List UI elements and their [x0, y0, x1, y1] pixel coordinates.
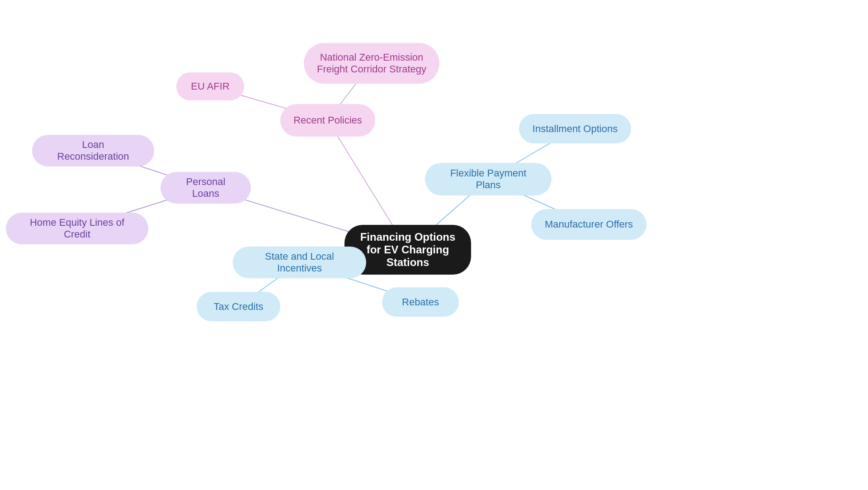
loan-reconsideration-node[interactable]: Loan Reconsideration: [32, 135, 154, 167]
personal-loans-node[interactable]: Personal Loans: [160, 172, 251, 204]
flexible-payment-label: Flexible Payment Plans: [438, 167, 539, 191]
recent-policies-node[interactable]: Recent Policies: [280, 104, 375, 137]
loan-reconsideration-label: Loan Reconsideration: [45, 139, 142, 162]
installment-options-node[interactable]: Installment Options: [519, 114, 631, 143]
tax-credits-label: Tax Credits: [213, 301, 263, 313]
manufacturer-offers-label: Manufacturer Offers: [545, 219, 633, 230]
manufacturer-offers-node[interactable]: Manufacturer Offers: [531, 209, 646, 240]
recent-policies-label: Recent Policies: [293, 114, 362, 126]
flexible-payment-node[interactable]: Flexible Payment Plans: [425, 163, 552, 195]
installment-options-label: Installment Options: [533, 123, 618, 135]
national-zero-label: National Zero-Emission Freight Corridor …: [316, 52, 427, 75]
eu-afir-label: EU AFIR: [191, 81, 230, 92]
tax-credits-node[interactable]: Tax Credits: [197, 292, 280, 321]
rebates-label: Rebates: [402, 296, 439, 308]
center-label: Financing Options for EV Charging Statio…: [357, 231, 458, 269]
state-local-label: State and Local Incentives: [245, 251, 354, 274]
state-local-node[interactable]: State and Local Incentives: [233, 247, 366, 278]
national-zero-node[interactable]: National Zero-Emission Freight Corridor …: [304, 43, 439, 84]
eu-afir-node[interactable]: EU AFIR: [176, 72, 244, 100]
rebates-node[interactable]: Rebates: [382, 287, 459, 317]
home-equity-label: Home Equity Lines of Credit: [19, 217, 136, 240]
home-equity-node[interactable]: Home Equity Lines of Credit: [6, 213, 148, 244]
personal-loans-label: Personal Loans: [173, 176, 238, 200]
